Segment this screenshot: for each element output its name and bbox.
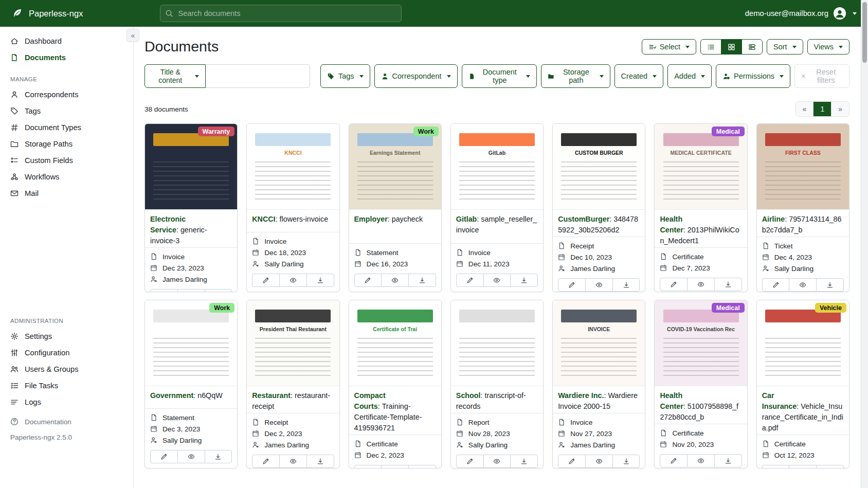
document-thumbnail[interactable]: FIRST CLASS [757,124,849,210]
document-thumbnail[interactable]: Certificate of Trai [349,300,441,386]
download-button[interactable] [612,455,640,468]
document-correspondent[interactable]: Wardiere Inc. [558,391,604,400]
document-title[interactable]: CustomBurger:3484785922_30b25206d2 [553,210,645,237]
filter-text-input[interactable] [206,64,310,88]
document-owner[interactable]: James Darling [558,264,640,273]
document-type-link[interactable]: Invoice [558,418,640,427]
document-thumbnail[interactable]: Work [145,300,237,386]
document-title[interactable]: School:transcript-of-records [451,386,543,413]
sidebar-item[interactable]: Workflows [0,169,133,185]
view-button[interactable] [483,274,511,287]
document-correspondent[interactable]: Employer [354,215,388,223]
document-owner[interactable]: James Darling [558,440,640,449]
sidebar-item[interactable]: Users & Groups [0,361,133,377]
document-type-link[interactable]: Receipt [252,418,334,427]
tag-badge[interactable]: Medical [712,303,745,313]
document-type-link[interactable]: Statement [150,413,232,422]
document-title[interactable]: Wardiere Inc.:Wardiere Invoice 2000-15 [553,386,645,413]
download-button[interactable] [510,274,538,287]
document-owner[interactable]: Sally Darling [252,259,334,268]
document-date[interactable]: Dec 7, 2023 [660,263,742,273]
document-card[interactable]: FIRST CLASS Airline:7957143114_86b2c7dda… [756,123,849,292]
document-owner[interactable]: James Darling [252,440,334,449]
select-button[interactable]: Select [642,39,696,55]
document-owner[interactable]: Sally Darling [762,264,844,273]
document-title[interactable]: Restaurant:restaurant-receipt [247,386,339,413]
document-date[interactable]: Dec 16, 2023 [354,259,436,268]
document-date[interactable]: Nov 20, 2023 [660,440,742,449]
document-card[interactable]: COVID-19 Vaccination Rec Medical Health … [654,300,747,468]
sidebar-item-documentation[interactable]: Documentation [0,413,133,430]
document-thumbnail[interactable]: Vehicle [757,300,849,386]
pagination-next-button[interactable]: » [831,102,849,116]
document-title[interactable]: Government:n6QqW [145,386,237,402]
view-button[interactable] [279,274,307,287]
download-button[interactable] [205,450,232,463]
filter-storage-path-button[interactable]: Storage path [541,64,610,88]
document-owner[interactable]: Sally Darling [150,436,232,445]
document-correspondent[interactable]: Airline [762,215,785,223]
view-button[interactable] [687,278,715,291]
search-input[interactable] [160,5,402,22]
scrollbar-thumb[interactable] [862,2,867,63]
view-button[interactable] [585,455,613,468]
document-correspondent[interactable]: KNCCI [252,215,275,223]
view-detail-button[interactable] [742,39,763,55]
edit-button[interactable] [762,465,790,468]
edit-button[interactable] [456,455,484,468]
edit-button[interactable] [150,289,178,292]
document-thumbnail[interactable] [451,300,543,386]
document-date[interactable]: Dec 10, 2023 [558,252,640,262]
download-button[interactable] [816,278,844,292]
document-thumbnail[interactable]: CUSTOM BURGER [553,124,645,210]
filter-created-button[interactable]: Created [614,64,664,88]
tag-badge[interactable]: Work [209,303,234,313]
document-type-link[interactable]: Invoice [252,237,334,246]
document-date[interactable]: Oct 12, 2023 [762,450,844,460]
view-button[interactable] [585,278,613,292]
document-date[interactable]: Nov 28, 2023 [456,429,538,438]
document-card[interactable]: Certificate of Trai Compact Courts:Train… [349,300,442,468]
edit-button[interactable] [354,465,382,468]
document-card[interactable]: GitLab Gitlab:sample_reseller_invoice In… [450,123,544,292]
document-title[interactable]: Health Center:51007958898_f272b80ccd_b [655,386,747,424]
view-button[interactable] [789,278,817,292]
document-correspondent[interactable]: Government [150,391,193,400]
sidebar-item[interactable]: Storage Paths [0,136,133,152]
view-list-button[interactable] [700,39,721,55]
document-date[interactable]: Dec 18, 2023 [252,248,334,257]
user-menu[interactable]: demo-user@mailbox.org [745,7,857,20]
document-type-link[interactable]: Report [456,418,538,427]
download-button[interactable] [205,289,232,292]
sidebar-item[interactable]: Document Types [0,119,133,136]
document-date[interactable]: Dec 3, 2023 [150,424,232,433]
tag-badge[interactable]: Medical [712,126,745,136]
document-date[interactable]: Dec 11, 2023 [456,259,538,268]
filter-added-button[interactable]: Added [667,64,712,88]
document-correspondent[interactable]: Health Center [660,391,683,410]
download-button[interactable] [306,274,334,287]
edit-button[interactable] [762,278,790,292]
edit-button[interactable] [660,278,688,291]
document-card[interactable]: Vehicle Car Insurance:Vehicle_Insurance_… [756,300,849,468]
document-card[interactable]: School:transcript-of-records Report Nov … [450,300,544,468]
document-correspondent[interactable]: School [456,391,481,400]
document-owner[interactable]: Sally Darling [456,440,538,449]
view-button[interactable] [279,455,307,468]
pagination-prev-button[interactable]: « [796,102,813,116]
pagination-page-1[interactable]: 1 [813,102,831,116]
document-correspondent[interactable]: Car Insurance [762,391,797,410]
download-button[interactable] [408,465,436,468]
sidebar-item[interactable]: Configuration [0,345,133,361]
document-type-link[interactable]: Certificate [354,439,436,448]
sort-button[interactable]: Sort [767,39,803,55]
document-date[interactable]: Dec 2, 2023 [354,450,436,460]
document-card[interactable]: MEDICAL CERTIFICATE Medical Health Cente… [654,123,747,292]
edit-button[interactable] [252,274,280,287]
tag-badge[interactable]: Warranty [198,126,235,136]
document-card[interactable]: CUSTOM BURGER CustomBurger:3484785922_30… [552,123,645,292]
sidebar-collapse-button[interactable]: « [126,29,139,42]
reset-filters-button[interactable]: × Reset filters [794,64,849,88]
view-button[interactable] [789,465,817,468]
document-card[interactable]: Earnings Statement Work Employer:paychec… [349,123,442,292]
